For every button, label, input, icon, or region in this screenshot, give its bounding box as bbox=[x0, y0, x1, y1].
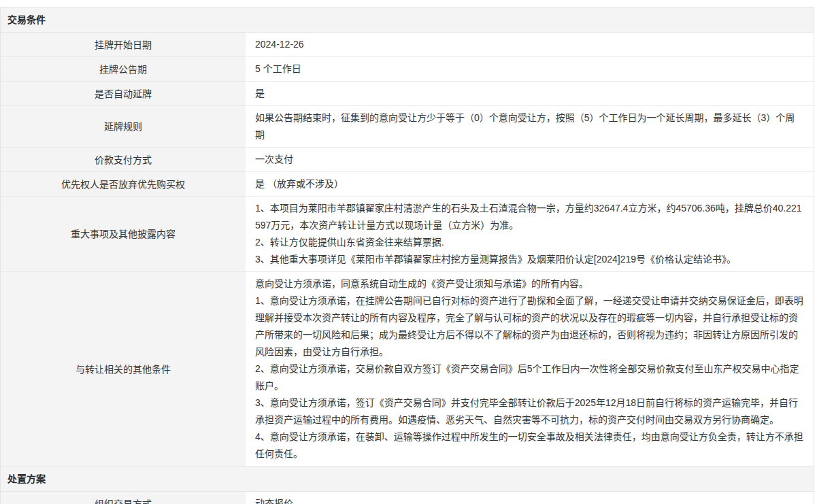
value-paragraph: 1、本项目为莱阳市羊郡镇翟家庄村清淤产生的石头及土石渣混合物一宗，方量约3264… bbox=[255, 200, 804, 234]
row-label: 优先权人是否放弃优先购买权 bbox=[1, 172, 246, 196]
row-org-trade-method: 组织交易方式 动态报价 bbox=[1, 492, 814, 504]
value-paragraph: 1、意向受让方须承诺，在挂牌公告期间已自行对标的资产进行了勘探和全面了解，一经递… bbox=[255, 292, 804, 360]
row-label: 价款支付方式 bbox=[1, 148, 246, 171]
row-label: 与转让相关的其他条件 bbox=[1, 272, 246, 466]
row-label: 组织交易方式 bbox=[1, 492, 246, 504]
value-paragraph: 3、意向受让方须承诺，签订《资产交易合同》并支付完毕全部转让价款后于2025年1… bbox=[255, 394, 804, 429]
value-text: 5 个工作日 bbox=[255, 61, 804, 78]
section-title: 处置方案 bbox=[7, 473, 46, 484]
row-label: 延牌规则 bbox=[1, 106, 246, 147]
row-value: 2024-12-26 bbox=[246, 33, 814, 56]
row-value: 5 个工作日 bbox=[246, 57, 814, 81]
row-value: 是 （放弃或不涉及） bbox=[246, 172, 814, 196]
row-value: 意向受让方须承诺，同意系统自动生成的《资产受让须知与承诺》的所有内容。 1、意向… bbox=[246, 272, 814, 466]
value-paragraph: 意向受让方须承诺，同意系统自动生成的《资产受让须知与承诺》的所有内容。 bbox=[255, 275, 804, 292]
row-extend-rule: 延牌规则 如果公告期结束时，征集到的意向受让方少于等于（0）个意向受让方，按照（… bbox=[1, 106, 814, 148]
value-paragraph: 2、意向受让方须承诺，交易价款自双方签订《资产交易合同》后5个工作日内一次性将全… bbox=[255, 360, 804, 394]
section-title: 交易条件 bbox=[7, 14, 46, 25]
row-value: 1、本项目为莱阳市羊郡镇翟家庄村清淤产生的石头及土石渣混合物一宗，方量约3264… bbox=[246, 197, 814, 271]
value-text: 是 bbox=[255, 85, 804, 102]
row-value: 一次支付 bbox=[246, 148, 814, 171]
section-header-disposal-plan: 处置方案 bbox=[1, 467, 814, 492]
value-text: 如果公告期结束时，征集到的意向受让方少于等于（0）个意向受让方，按照（5）个工作… bbox=[255, 110, 804, 144]
row-announcement-period: 挂牌公告期 5 个工作日 bbox=[1, 57, 814, 82]
row-auto-extend: 是否自动延牌 是 bbox=[1, 82, 814, 106]
row-label: 挂牌公告期 bbox=[1, 57, 246, 81]
asset-listing-detail-page: 交易条件 挂牌开始日期 2024-12-26 挂牌公告期 5 个工作日 是否自动… bbox=[0, 0, 817, 504]
row-label: 是否自动延牌 bbox=[1, 82, 246, 105]
row-other-conditions: 与转让相关的其他条件 意向受让方须承诺，同意系统自动生成的《资产受让须知与承诺》… bbox=[1, 272, 814, 467]
row-priority-waiver: 优先权人是否放弃优先购买权 是 （放弃或不涉及） bbox=[1, 172, 814, 197]
section-header-trade-conditions: 交易条件 bbox=[1, 7, 814, 33]
row-payment-method: 价款支付方式 一次支付 bbox=[1, 148, 814, 172]
value-text: 是 （放弃或不涉及） bbox=[255, 175, 804, 192]
value-paragraph: 2、转让方仅能提供山东省资金往来结算票据. bbox=[255, 234, 804, 251]
value-paragraph: 4、意向受让方须承诺，在装卸、运输等操作过程中所发生的一切安全事故及相关法律责任… bbox=[255, 429, 804, 463]
row-value: 动态报价 bbox=[246, 492, 814, 504]
row-value: 是 bbox=[246, 82, 814, 105]
row-value: 如果公告期结束时，征集到的意向受让方少于等于（0）个意向受让方，按照（5）个工作… bbox=[246, 106, 814, 147]
value-text: 2024-12-26 bbox=[255, 36, 804, 53]
listing-conditions-table: 交易条件 挂牌开始日期 2024-12-26 挂牌公告期 5 个工作日 是否自动… bbox=[0, 7, 814, 504]
value-text: 一次支付 bbox=[255, 151, 804, 168]
value-text: 动态报价 bbox=[255, 495, 804, 504]
row-label: 重大事项及其他披露内容 bbox=[1, 197, 246, 271]
row-label: 挂牌开始日期 bbox=[1, 33, 246, 56]
row-major-matters: 重大事项及其他披露内容 1、本项目为莱阳市羊郡镇翟家庄村清淤产生的石头及土石渣混… bbox=[1, 197, 814, 272]
value-paragraph: 3、其他重大事项详见《莱阳市羊郡镇翟家庄村挖方量测算报告》及烟莱阳价认定[202… bbox=[255, 251, 804, 268]
row-listing-start-date: 挂牌开始日期 2024-12-26 bbox=[1, 33, 814, 57]
